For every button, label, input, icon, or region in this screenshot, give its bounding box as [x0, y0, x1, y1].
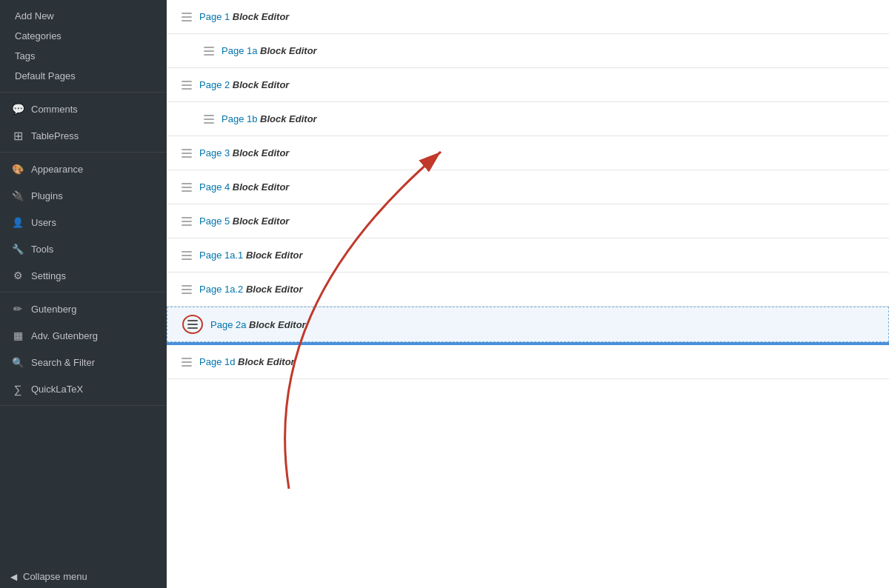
- tools-icon: [10, 241, 25, 256]
- hamburger-icon-circled: [182, 315, 203, 334]
- sidebar-label-settings: Settings: [31, 270, 159, 281]
- sidebar-item-users[interactable]: Users: [0, 209, 167, 235]
- adv-gutenberg-icon: [10, 328, 25, 343]
- page-link[interactable]: Page 1a.2 Block Editor: [199, 284, 302, 295]
- comments-icon: [10, 101, 25, 116]
- sidebar-item-tools[interactable]: Tools: [0, 235, 167, 262]
- page-link[interactable]: Page 1 Block Editor: [199, 11, 289, 22]
- hamburger-icon: [182, 217, 192, 226]
- hamburger-icon: [182, 149, 192, 158]
- page-link[interactable]: Page 4 Block Editor: [199, 181, 289, 193]
- hamburger-icon: [204, 115, 214, 124]
- drag-handle[interactable]: [182, 149, 192, 158]
- sidebar-item-appearance[interactable]: Appearance: [0, 156, 167, 182]
- page-link[interactable]: Page 1a Block Editor: [222, 45, 317, 56]
- settings-icon: [10, 268, 25, 283]
- sidebar-item-tags[interactable]: Tags: [0, 46, 167, 66]
- sidebar-label-plugins: Plugins: [31, 190, 159, 201]
- sidebar-label-tools: Tools: [31, 244, 159, 255]
- drag-handle[interactable]: [182, 13, 192, 21]
- sidebar-label-appearance: Appearance: [31, 164, 159, 175]
- sidebar-top-links: Add New Categories Tags Default Pages: [0, 0, 167, 89]
- sidebar-item-add-new[interactable]: Add New: [0, 6, 167, 26]
- collapse-menu-button[interactable]: Collapse menu: [0, 565, 167, 588]
- sidebar-label-quicklatex: QuickLaTeX: [31, 384, 159, 395]
- table-row: Page 5 Block Editor: [167, 204, 889, 238]
- sidebar-divider-3: [0, 292, 167, 293]
- appearance-icon: [10, 161, 25, 176]
- collapse-icon: [10, 571, 17, 582]
- table-row-highlighted: Page 2a Block Editor: [167, 307, 889, 342]
- page-link[interactable]: Page 5 Block Editor: [199, 216, 289, 227]
- search-filter-icon: [10, 355, 25, 370]
- drag-handle-circled[interactable]: [182, 315, 203, 334]
- table-row: Page 1b Block Editor: [167, 102, 889, 136]
- table-row: Page 3 Block Editor: [167, 136, 889, 170]
- table-row: Page 1a Block Editor: [167, 34, 889, 68]
- table-row: Page 1a.2 Block Editor: [167, 273, 889, 307]
- sidebar-label-tablepress: TablePress: [31, 130, 159, 141]
- hamburger-icon: [182, 285, 192, 294]
- sidebar-divider-1: [0, 92, 167, 93]
- drag-handle[interactable]: [204, 115, 214, 124]
- sidebar-item-plugins[interactable]: Plugins: [0, 182, 167, 209]
- gutenberg-icon: [10, 301, 25, 316]
- sidebar-item-categories[interactable]: Categories: [0, 26, 167, 46]
- hamburger-icon: [182, 13, 192, 21]
- sidebar-divider-2: [0, 152, 167, 153]
- hamburger-icon: [182, 81, 192, 90]
- sidebar-label-search-filter: Search & Filter: [31, 357, 159, 368]
- hamburger-icon: [182, 251, 192, 260]
- sidebar-divider-4: [0, 405, 167, 406]
- drag-handle[interactable]: [182, 217, 192, 226]
- table-row: Page 4 Block Editor: [167, 170, 889, 204]
- hamburger-icon: [182, 183, 192, 192]
- drag-handle[interactable]: [182, 285, 192, 294]
- page-link[interactable]: Page 1d Block Editor: [199, 356, 295, 367]
- table-row: Page 2 Block Editor: [167, 68, 889, 102]
- table-row: Page 1a.1 Block Editor: [167, 238, 889, 273]
- sidebar: Add New Categories Tags Default Pages Co…: [0, 0, 167, 588]
- quicklatex-icon: [10, 381, 25, 396]
- page-link[interactable]: Page 3 Block Editor: [199, 147, 289, 158]
- tablepress-icon: [10, 128, 25, 143]
- sidebar-label-comments: Comments: [31, 104, 159, 115]
- main-content: Page 1 Block Editor Page 1a Block Editor: [167, 0, 889, 588]
- hamburger-icon: [182, 358, 192, 367]
- page-link[interactable]: Page 1a.1 Block Editor: [199, 250, 302, 261]
- drag-handle[interactable]: [182, 358, 192, 367]
- table-row: Page 1d Block Editor: [167, 345, 889, 379]
- collapse-label: Collapse menu: [23, 571, 87, 582]
- sidebar-item-quicklatex[interactable]: QuickLaTeX: [0, 375, 167, 402]
- sidebar-item-settings[interactable]: Settings: [0, 262, 167, 289]
- drag-handle[interactable]: [182, 81, 192, 90]
- page-list: Page 1 Block Editor Page 1a Block Editor: [167, 0, 889, 379]
- page-link[interactable]: Page 1b Block Editor: [222, 113, 317, 124]
- sidebar-item-tablepress[interactable]: TablePress: [0, 122, 167, 149]
- sidebar-label-gutenberg: Gutenberg: [31, 304, 159, 315]
- drag-handle[interactable]: [204, 47, 214, 56]
- sidebar-item-default-pages[interactable]: Default Pages: [0, 66, 167, 86]
- table-row: Page 1 Block Editor: [167, 0, 889, 34]
- page-link[interactable]: Page 2a Block Editor: [210, 319, 306, 330]
- drag-handle[interactable]: [182, 183, 192, 192]
- sidebar-label-adv-gutenberg: Adv. Gutenberg: [31, 330, 159, 341]
- page-link[interactable]: Page 2 Block Editor: [199, 79, 289, 90]
- sidebar-item-comments[interactable]: Comments: [0, 96, 167, 122]
- plugins-icon: [10, 188, 25, 203]
- sidebar-item-search-filter[interactable]: Search & Filter: [0, 349, 167, 375]
- users-icon: [10, 215, 25, 230]
- sidebar-label-users: Users: [31, 217, 159, 228]
- sidebar-item-gutenberg[interactable]: Gutenberg: [0, 295, 167, 322]
- sidebar-item-adv-gutenberg[interactable]: Adv. Gutenberg: [0, 322, 167, 349]
- drag-handle[interactable]: [182, 251, 192, 260]
- hamburger-icon: [204, 47, 214, 56]
